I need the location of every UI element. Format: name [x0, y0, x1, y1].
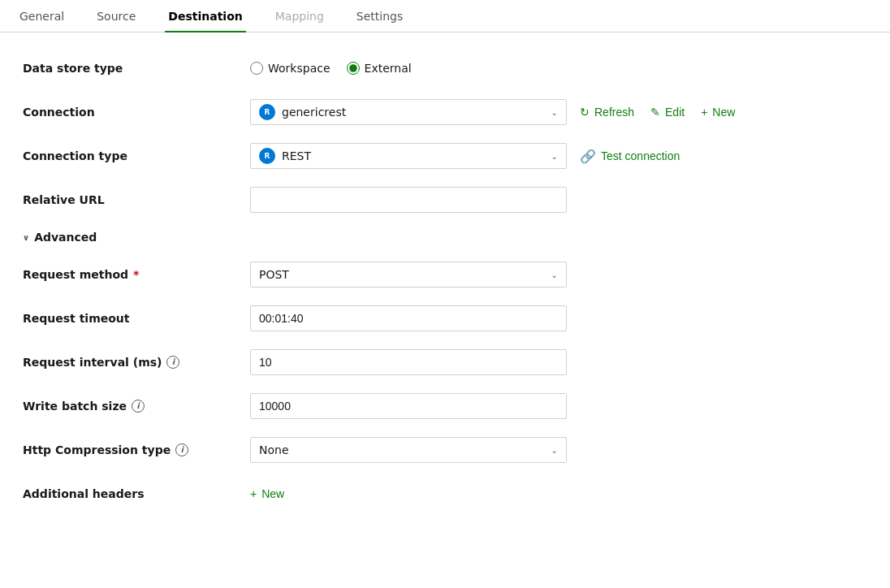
add-header-button[interactable]: + New: [250, 487, 284, 500]
connection-type-value: REST: [282, 149, 311, 162]
request-method-dropdown[interactable]: POST ⌄: [250, 262, 567, 288]
connection-dropdown[interactable]: R genericrest ⌄: [250, 99, 567, 125]
data-store-type-controls: Workspace External: [250, 62, 867, 75]
tab-settings[interactable]: Settings: [353, 0, 406, 32]
request-method-chevron-icon: ⌄: [551, 270, 558, 279]
request-timeout-row: Request timeout: [23, 305, 867, 331]
data-store-type-row: Data store type Workspace External: [23, 55, 867, 81]
refresh-button[interactable]: ↻ Refresh: [580, 106, 634, 119]
workspace-radio-item[interactable]: Workspace: [250, 62, 331, 75]
http-compression-info-icon[interactable]: i: [175, 443, 188, 456]
request-method-controls: POST ⌄: [250, 262, 867, 288]
workspace-radio-label: Workspace: [268, 62, 331, 75]
relative-url-input[interactable]: [250, 187, 567, 213]
write-batch-size-controls: [250, 393, 867, 419]
connection-type-icon-letter: R: [265, 152, 270, 160]
request-interval-row: Request interval (ms) i: [23, 349, 867, 375]
test-connection-label: Test connection: [601, 149, 680, 162]
new-connection-label: New: [712, 106, 735, 119]
test-connection-button[interactable]: 🔗 Test connection: [580, 149, 680, 164]
additional-headers-row: Additional headers + New: [23, 481, 867, 507]
write-batch-size-input[interactable]: [250, 393, 567, 419]
http-compression-dropdown-left: None: [259, 443, 289, 456]
external-radio-item[interactable]: External: [347, 62, 412, 75]
connection-dropdown-left: R genericrest: [259, 104, 346, 120]
connection-controls: R genericrest ⌄ ↻ Refresh ✎ Edit + New: [250, 99, 867, 125]
write-batch-size-row: Write batch size i: [23, 393, 867, 419]
connection-row: Connection R genericrest ⌄ ↻ Refresh ✎: [23, 99, 867, 125]
http-compression-controls: None ⌄: [250, 437, 867, 463]
external-radio[interactable]: [347, 62, 360, 75]
request-method-required: *: [133, 268, 139, 281]
test-connection-icon: 🔗: [580, 149, 596, 164]
additional-headers-controls: + New: [250, 487, 867, 500]
workspace-radio[interactable]: [250, 62, 263, 75]
connection-chevron-icon: ⌄: [551, 108, 558, 117]
request-interval-info-icon[interactable]: i: [166, 356, 179, 369]
request-method-dropdown-left: POST: [259, 268, 289, 281]
tab-source[interactable]: Source: [93, 0, 139, 32]
request-method-label: Request method *: [23, 268, 250, 281]
relative-url-row: Relative URL: [23, 187, 867, 213]
relative-url-controls: [250, 187, 867, 213]
additional-headers-label: Additional headers: [23, 487, 250, 500]
connection-type-dropdown[interactable]: R REST ⌄: [250, 143, 567, 169]
http-compression-value: None: [259, 443, 289, 456]
data-store-type-label: Data store type: [23, 62, 250, 75]
connection-type-label: Connection type: [23, 149, 250, 162]
refresh-icon: ↻: [580, 106, 590, 119]
request-timeout-input[interactable]: [250, 305, 567, 331]
request-interval-input[interactable]: [250, 349, 567, 375]
advanced-toggle[interactable]: ∨ Advanced: [23, 231, 867, 244]
new-connection-button[interactable]: + New: [701, 106, 735, 119]
destination-form: Data store type Workspace External Conne…: [0, 32, 890, 547]
tab-mapping: Mapping: [272, 0, 327, 32]
advanced-chevron-icon: ∨: [23, 233, 29, 242]
request-interval-label: Request interval (ms) i: [23, 356, 250, 369]
edit-button[interactable]: ✎ Edit: [650, 106, 685, 119]
connection-type-controls: R REST ⌄ 🔗 Test connection: [250, 143, 867, 169]
connection-type-chevron-icon: ⌄: [551, 152, 558, 161]
request-timeout-label: Request timeout: [23, 312, 250, 325]
write-batch-size-label: Write batch size i: [23, 400, 250, 413]
add-header-plus-icon: +: [250, 487, 257, 500]
request-method-value: POST: [259, 268, 289, 281]
data-store-radio-group: Workspace External: [250, 62, 412, 75]
relative-url-label: Relative URL: [23, 193, 250, 206]
refresh-label: Refresh: [594, 106, 634, 119]
edit-icon: ✎: [650, 106, 660, 119]
external-radio-label: External: [365, 62, 412, 75]
request-method-row: Request method * POST ⌄: [23, 262, 867, 288]
http-compression-label: Http Compression type i: [23, 443, 250, 456]
http-compression-row: Http Compression type i None ⌄: [23, 437, 867, 463]
http-compression-chevron-icon: ⌄: [551, 446, 558, 455]
advanced-label: Advanced: [34, 231, 97, 244]
http-compression-dropdown[interactable]: None ⌄: [250, 437, 567, 463]
tab-destination[interactable]: Destination: [165, 0, 245, 32]
connection-value: genericrest: [282, 106, 346, 119]
new-connection-plus-icon: +: [701, 106, 707, 119]
connection-type-dropdown-left: R REST: [259, 148, 311, 164]
connection-icon: R: [259, 104, 275, 120]
connection-action-buttons: ↻ Refresh ✎ Edit + New: [580, 106, 735, 119]
edit-label: Edit: [665, 106, 685, 119]
connection-label: Connection: [23, 106, 250, 119]
write-batch-size-info-icon[interactable]: i: [132, 400, 145, 413]
connection-icon-letter: R: [265, 108, 270, 116]
request-timeout-controls: [250, 305, 867, 331]
add-header-label: New: [261, 487, 284, 500]
connection-type-icon: R: [259, 148, 275, 164]
request-interval-controls: [250, 349, 867, 375]
tab-bar: General Source Destination Mapping Setti…: [0, 0, 890, 32]
connection-type-row: Connection type R REST ⌄ 🔗 Test connecti…: [23, 143, 867, 169]
tab-general[interactable]: General: [16, 0, 67, 32]
